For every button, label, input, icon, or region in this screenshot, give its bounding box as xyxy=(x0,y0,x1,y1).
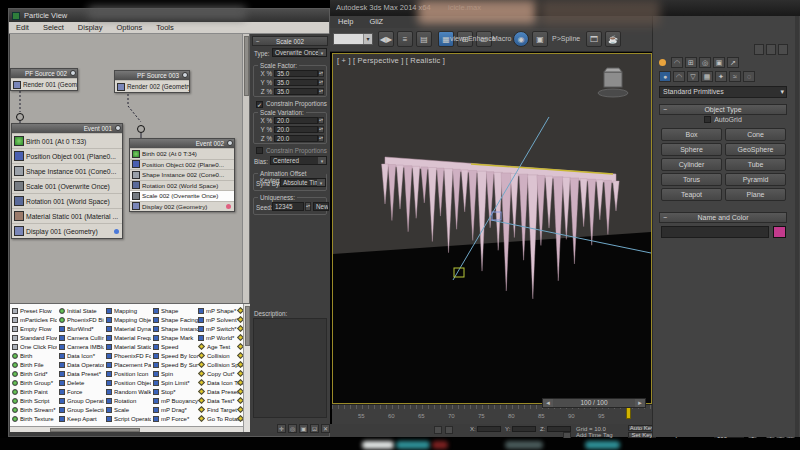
depot-item-initial-state[interactable]: Initial State xyxy=(58,306,104,315)
value-field[interactable]: 35.0 xyxy=(274,70,318,77)
depot-item-keep-apart[interactable]: Keep Apart xyxy=(58,414,104,423)
depot-item-birth-group[interactable]: Birth Group* xyxy=(11,378,57,387)
operator-row[interactable]: Position Object 002 (Plane0... xyxy=(130,159,234,170)
depot-vertical-scrollbar[interactable] xyxy=(243,304,250,432)
depot-item-data-preset[interactable]: Data Preset* xyxy=(58,369,104,378)
spinner-arrows[interactable]: ▴▾ xyxy=(318,126,324,133)
depot-item-material-frequency[interactable]: Material Frequency xyxy=(105,333,151,342)
zoom-region-icon[interactable]: ▣ xyxy=(299,424,308,433)
depot-item-shape-facing[interactable]: Shape Facing xyxy=(152,315,198,324)
depot-item-standard-flow[interactable]: Standard Flow xyxy=(11,333,57,342)
depot-item-camera-imblur[interactable]: Camera IMBlur* xyxy=(58,342,104,351)
operator-row[interactable]: Birth 002 (At 0 T:34) xyxy=(130,148,234,159)
depot-item-data-icon[interactable]: Data Icon* xyxy=(58,351,104,360)
plane-button[interactable]: Plane xyxy=(725,188,786,201)
autogrid-row[interactable]: AutoGrid xyxy=(659,116,787,123)
workspace-icon-2[interactable] xyxy=(766,44,776,55)
sphere-button[interactable]: Sphere xyxy=(661,143,722,156)
type-dropdown[interactable]: Overwrite Once▾ xyxy=(272,48,327,57)
depot-item-group-selection[interactable]: Group Selection xyxy=(58,405,104,414)
depot-item-rotation[interactable]: Rotation xyxy=(105,396,151,405)
subtab-spacewarps[interactable]: ≈ xyxy=(729,71,741,82)
depot-item-group-operator[interactable]: Group Operator xyxy=(58,396,104,405)
spinner-arrows[interactable]: ▴▾ xyxy=(318,135,324,142)
depot[interactable]: Preset FlowmParticles Flow*Empty FlowSta… xyxy=(10,303,250,432)
spinner-arrows[interactable]: ▴▾ xyxy=(318,117,324,124)
depot-item-mparticles-flow[interactable]: mParticles Flow* xyxy=(11,315,57,324)
mirror-icon[interactable]: ◀▶ xyxy=(378,31,394,47)
depot-item-material-dynamic[interactable]: Material Dynamic xyxy=(105,324,151,333)
box-button[interactable]: Box xyxy=(661,128,722,141)
geosphere-button[interactable]: GeoSphere xyxy=(725,143,786,156)
depot-item-birth[interactable]: Birth xyxy=(11,351,57,360)
depot-item-force[interactable]: Force xyxy=(58,387,104,396)
enable-lamp-icon[interactable] xyxy=(70,70,76,76)
depot-item-speed-by-surface[interactable]: Speed By Surface xyxy=(152,360,198,369)
zoom-extents-icon[interactable]: ⊡ xyxy=(310,424,319,433)
spinner-row[interactable]: Z %35.0▴▾ xyxy=(256,87,324,96)
object-name-field[interactable] xyxy=(661,226,769,238)
render-operator-row[interactable]: Render 002 (Geometry) xyxy=(115,80,189,92)
tab-display[interactable]: ▣ xyxy=(713,57,725,68)
depot-item-placement-paint[interactable]: Placement Paint xyxy=(105,360,151,369)
toolbar-text-pspline[interactable]: P>Spline xyxy=(552,35,580,42)
depot-item-mapping-object[interactable]: Mapping Object xyxy=(105,315,151,324)
depot-item-shape-instance[interactable]: Shape Instance xyxy=(152,324,198,333)
spinner-arrows[interactable]: ▴▾ xyxy=(318,88,324,95)
depot-item-speed[interactable]: Speed xyxy=(152,342,198,351)
canvas-vertical-scrollbar[interactable] xyxy=(242,34,249,303)
operator-row[interactable]: Rotation 002 (World Space) xyxy=(130,180,234,191)
y-coordinate-field[interactable] xyxy=(512,426,536,432)
spinner-arrows[interactable]: ▴▾ xyxy=(318,79,324,86)
constrain-proportions-2[interactable]: Constrain Proportions xyxy=(256,147,327,154)
pf-source-header[interactable]: PF Source 002 xyxy=(11,69,77,78)
depot-item-position-object[interactable]: Position Object xyxy=(105,378,151,387)
depot-item-one-click-flow[interactable]: One Click Flow xyxy=(11,342,57,351)
operator-row[interactable]: Shape Instance 002 (Cone0... xyxy=(130,169,234,180)
render-setup-icon[interactable]: ◉ xyxy=(513,31,529,47)
depot-item-birth-script[interactable]: Birth Script xyxy=(11,396,57,405)
depot-item-birth-texture[interactable]: Birth Texture xyxy=(11,414,57,423)
next-frame-icon[interactable]: ► xyxy=(635,399,645,407)
category-dropdown[interactable]: Standard Primitives ▾ xyxy=(659,86,787,98)
viewcube[interactable] xyxy=(593,62,633,102)
spinner-row[interactable]: Z %20.0▴▾ xyxy=(256,134,324,143)
seed-spinner[interactable]: ▴▾ xyxy=(305,202,311,211)
track-bar[interactable]: 556065707580859095 ◄ 100 / 100 ► xyxy=(332,404,652,424)
particle-view-canvas[interactable]: PF Source 002 Render 001 (Geometry) PF S… xyxy=(10,34,250,303)
value-field[interactable]: 35.0 xyxy=(274,88,318,95)
spinner-arrows[interactable]: ▴▾ xyxy=(318,70,324,77)
depot-item-scale[interactable]: Scale xyxy=(105,405,151,414)
command-panel-scrollbar[interactable] xyxy=(795,16,799,437)
params-rollout-header[interactable]: −Scale 002 xyxy=(252,36,328,46)
viewport-label[interactable]: [ + ] [ Perspective ] [ Realistic ] xyxy=(337,56,445,65)
menu-item-display[interactable]: Display xyxy=(71,22,110,33)
depot-item-stop[interactable]: Stop* xyxy=(152,387,198,396)
sync-by-dropdown[interactable]: Absolute Time▾ xyxy=(280,178,326,187)
cone-button[interactable]: Cone xyxy=(725,128,786,141)
depot-item-script-operator[interactable]: Script Operator xyxy=(105,414,151,423)
tube-button[interactable]: Tube xyxy=(725,158,786,171)
selection-lock-icon[interactable] xyxy=(445,426,453,434)
enable-lamp-icon[interactable] xyxy=(115,125,121,131)
depot-item-birth-grid[interactable]: Birth Grid* xyxy=(11,369,57,378)
no-zoom-icon[interactable]: ✕ xyxy=(321,424,330,433)
constrain-checkbox[interactable] xyxy=(256,147,263,154)
zoom-tool-icon[interactable]: ◎ xyxy=(288,424,297,433)
rollout-object-type[interactable]: − Object Type xyxy=(659,104,787,115)
spinner-row[interactable]: Y %35.0▴▾ xyxy=(256,78,324,87)
depot-item-mp-drag[interactable]: mP Drag* xyxy=(152,405,198,414)
depot-item-shape[interactable]: Shape xyxy=(152,306,198,315)
operator-row[interactable]: Material Static 001 (Material ... xyxy=(12,208,122,223)
depot-item-mp-buoyancy[interactable]: mP Buoyancy* xyxy=(152,396,198,405)
depot-item-preset-flow[interactable]: Preset Flow xyxy=(11,306,57,315)
pf-source-header[interactable]: PF Source 003 xyxy=(115,71,189,80)
manage-layers-icon[interactable]: ▤ xyxy=(416,31,432,47)
spinner-row[interactable]: X %20.0▴▾ xyxy=(256,116,324,125)
menu-item-select[interactable]: Select xyxy=(36,22,71,33)
subtab-shapes[interactable]: ◠ xyxy=(673,71,685,82)
operator-row[interactable]: Position Object 001 (Plane0... xyxy=(12,148,122,163)
subtab-helpers[interactable]: ✦ xyxy=(715,71,727,82)
selection-filter-dropdown[interactable]: ▾ xyxy=(333,33,373,45)
pf-source-node[interactable]: PF Source 002 Render 001 (Geometry) xyxy=(10,68,78,91)
